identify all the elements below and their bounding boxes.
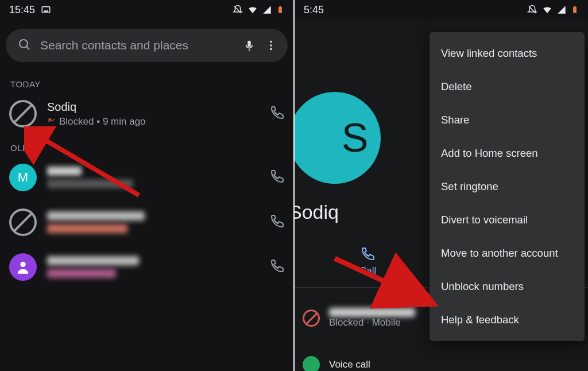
svg-rect-13: [574, 6, 575, 7]
call-back-icon[interactable]: [270, 259, 284, 275]
menu-share[interactable]: Share: [430, 103, 585, 137]
blocked-avatar-icon: [9, 100, 37, 127]
redacted-name: [47, 167, 82, 176]
menu-unblock-numbers[interactable]: Unblock numbers: [430, 270, 585, 303]
section-today: TODAY: [0, 74, 293, 92]
call-row-1[interactable]: M: [0, 156, 293, 201]
svg-rect-5: [247, 41, 251, 47]
svg-text:x: x: [559, 6, 561, 11]
contact-name: Sodiq: [295, 201, 339, 223]
contact-detail-screen: 5:45 x S Sodiq Call T Blocked · Mobile V…: [295, 0, 588, 371]
menu-view-linked[interactable]: View linked contacts: [430, 37, 585, 70]
number-sub: Blocked · Mobile: [329, 317, 415, 329]
blocked-small-icon: [303, 310, 320, 327]
search-icon: [17, 37, 31, 53]
menu-move-account[interactable]: Move to another account: [430, 237, 585, 270]
svg-point-7: [270, 44, 272, 47]
voice-call-icon: [303, 356, 320, 371]
menu-set-ringtone[interactable]: Set ringtone: [430, 170, 585, 203]
overflow-menu: View linked contacts Delete Share Add to…: [430, 32, 585, 341]
menu-help-feedback[interactable]: Help & feedback: [430, 303, 585, 337]
svg-rect-2: [278, 7, 282, 13]
svg-rect-3: [280, 6, 281, 7]
phone-recents-screen: 15:45 x Search contacts and places TODAY…: [0, 0, 293, 371]
redacted-number: [329, 308, 415, 317]
call-back-icon[interactable]: [270, 106, 284, 122]
voice-row[interactable]: Voice call: [303, 356, 580, 371]
section-older: OLDER: [0, 137, 293, 156]
redacted-name: [47, 211, 145, 221]
call-row-2[interactable]: [0, 201, 293, 246]
avatar-letter: M: [9, 164, 37, 191]
blocked-avatar-icon: [9, 208, 37, 236]
redacted-name: [47, 256, 139, 265]
more-icon[interactable]: [260, 39, 282, 52]
status-bar: 5:45 x: [295, 0, 588, 20]
menu-divert-voicemail[interactable]: Divert to voicemail: [430, 203, 585, 237]
person-avatar-icon: [9, 253, 37, 281]
image-icon: [41, 5, 51, 15]
status-time: 15:45: [9, 4, 35, 16]
call-back-icon[interactable]: [270, 214, 284, 230]
svg-rect-12: [573, 7, 577, 13]
svg-point-9: [20, 262, 25, 267]
dnd-icon: [233, 5, 243, 15]
signal-icon: x: [262, 5, 272, 14]
svg-point-4: [20, 40, 28, 48]
caller-name: Sodiq: [47, 101, 270, 114]
redacted-sub: [47, 224, 127, 233]
menu-delete[interactable]: Delete: [430, 70, 585, 103]
action-call[interactable]: Call: [295, 247, 442, 277]
redacted-sub: [47, 179, 133, 188]
search-placeholder: Search contacts and places: [40, 38, 238, 52]
battery-icon: [276, 5, 284, 15]
caller-sub: Blocked • 9 min ago: [59, 116, 146, 127]
action-call-label: Call: [359, 265, 376, 277]
status-bar: 15:45 x: [0, 0, 293, 20]
svg-point-6: [270, 41, 272, 43]
mic-icon[interactable]: [238, 39, 260, 52]
status-time: 5:45: [304, 4, 324, 16]
dnd-icon: [527, 5, 537, 15]
battery-icon: [571, 5, 579, 15]
wifi-icon: [247, 5, 258, 15]
redacted-sub: [47, 269, 116, 278]
search-bar[interactable]: Search contacts and places: [6, 29, 288, 62]
signal-icon: x: [557, 5, 566, 14]
missed-arrow-icon: [47, 117, 56, 126]
svg-point-8: [270, 48, 272, 51]
menu-add-home[interactable]: Add to Home screen: [430, 137, 585, 170]
svg-text:x: x: [264, 6, 266, 11]
call-row-sodiq[interactable]: Sodiq Blocked • 9 min ago: [0, 92, 293, 137]
call-row-3[interactable]: [0, 246, 293, 291]
voice-label: Voice call: [329, 359, 370, 370]
wifi-icon: [542, 5, 552, 15]
call-back-icon[interactable]: [270, 169, 284, 186]
